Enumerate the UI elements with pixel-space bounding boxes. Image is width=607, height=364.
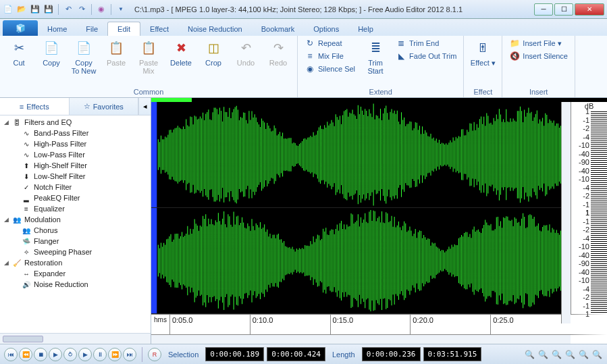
effects-tab[interactable]: ≡Effects: [0, 98, 70, 115]
insert-silence-button[interactable]: 🔇Insert Silence: [506, 50, 571, 62]
dropdown-icon[interactable]: ▼: [115, 4, 126, 15]
time-ruler[interactable]: hms 0:05.00:10.00:15.00:20.00:25.0: [151, 314, 607, 334]
maximize-button[interactable]: ☐: [554, 3, 573, 16]
zoom-v-out-button[interactable]: 🔍: [591, 348, 603, 361]
open-file-icon[interactable]: 📂: [16, 4, 27, 15]
zoom-in-button[interactable]: 🔍: [523, 348, 535, 361]
pause-button[interactable]: ⏸: [93, 348, 107, 361]
minimize-button[interactable]: ─: [534, 3, 553, 16]
db-label: 1: [573, 310, 589, 318]
play-button[interactable]: ▶: [49, 348, 62, 361]
favorites-tab[interactable]: ☆Favorites: [70, 98, 139, 115]
copy-to-new-button-label: Copy To New: [70, 59, 97, 75]
menu-tab-options[interactable]: Options: [304, 22, 348, 36]
sidebar-hscrollbar[interactable]: [0, 333, 151, 344]
db-label: -10: [573, 242, 589, 251]
tree-item-band-pass-filter[interactable]: ∿Band-Pass Filter: [1, 128, 149, 138]
delete-button[interactable]: ✖Delete: [166, 37, 196, 68]
new-file-icon[interactable]: 📄: [3, 4, 14, 15]
db-label: -2: [573, 192, 589, 200]
db-label: -1: [573, 201, 589, 209]
crop-button[interactable]: ◫Crop: [199, 37, 228, 68]
cut-button[interactable]: ✂Cut: [4, 37, 34, 68]
menu-bar: 🧊 HomeFileEditEffectNoise ReductionBookm…: [0, 19, 607, 36]
save-all-icon[interactable]: 💾: [43, 4, 54, 15]
tree-item-chorus[interactable]: 👥Chorus: [1, 225, 149, 236]
tree-item-low-shelf-filter[interactable]: ⬇Low-Shelf Filter: [1, 171, 149, 182]
insert-file-button[interactable]: 📁Insert File ▾: [506, 37, 571, 49]
tree-item-expander[interactable]: ↔Expander: [1, 268, 149, 279]
menu-tab-noise-reduction[interactable]: Noise Reduction: [178, 22, 252, 36]
copy-button-icon: 📄: [42, 38, 61, 57]
status-bar: ⏮⏪⏹▶⥁▶⏸⏩⏭ R Selection 0:00:00.189 0:00:0…: [0, 344, 607, 364]
mix-file-button[interactable]: ≡Mix File: [302, 50, 358, 62]
collapse-icon[interactable]: ◢: [3, 216, 9, 223]
redo-button-icon: ↷: [269, 38, 288, 57]
menu-tab-help[interactable]: Help: [348, 22, 383, 36]
tree-item-flanger[interactable]: 🛸Flanger: [1, 236, 149, 246]
zoom-out-button[interactable]: 🔍: [537, 348, 549, 361]
waveform-hscrollbar[interactable]: [151, 334, 607, 344]
trim-end-button-label: Trim End: [409, 39, 439, 47]
menu-tab-edit[interactable]: Edit: [107, 22, 140, 36]
tree-item-noise-reduction[interactable]: 🔊Noise Reduction: [1, 279, 149, 290]
ribbon-group-common: ✂Cut📄Copy📄Copy To New📋Paste📋Paste Mix✖De…: [0, 36, 298, 97]
copy-button[interactable]: 📄Copy: [36, 37, 66, 68]
menu-tab-bookmark[interactable]: Bookmark: [252, 22, 305, 36]
length-total-time: 0:03:51.915: [423, 347, 482, 361]
ffwd-button[interactable]: ⏩: [108, 348, 122, 361]
db-label: -40: [573, 251, 589, 259]
collapse-sidebar-button[interactable]: ◂: [138, 98, 151, 115]
fade-out-trim-button[interactable]: ◣Fade Out Trim: [393, 50, 459, 62]
tree-category-restoration[interactable]: ◢🧹Restoration: [1, 257, 149, 268]
db-label: 1: [573, 107, 589, 115]
app-button[interactable]: 🧊: [3, 20, 38, 36]
zoom-v-in-button[interactable]: 🔍: [577, 348, 589, 361]
end-button[interactable]: ⏭: [123, 348, 136, 361]
waveform-left-svg: [151, 102, 571, 207]
zoom-sel-button[interactable]: 🔍: [550, 348, 562, 361]
menu-tab-file[interactable]: File: [76, 22, 107, 36]
cd-icon[interactable]: ◉: [96, 4, 107, 15]
menu-tab-effect[interactable]: Effect: [140, 22, 178, 36]
trim-end-button[interactable]: ≣Trim End: [393, 37, 459, 49]
copy-button-label: Copy: [43, 59, 60, 67]
db-label: 1: [573, 209, 589, 217]
start-button[interactable]: ⏮: [4, 348, 18, 361]
redo-icon[interactable]: ↷: [76, 4, 87, 15]
tree-item-high-shelf-filter[interactable]: ⬆High-Shelf Filter: [1, 160, 149, 171]
silence-sel-button[interactable]: ◉Silence Sel: [302, 63, 358, 75]
effects-tree[interactable]: ◢🎛Filters and EQ∿Band-Pass Filter∿High-P…: [0, 115, 151, 333]
undo-button-icon: ↶: [236, 38, 255, 57]
collapse-icon[interactable]: ◢: [3, 119, 9, 126]
waveform-area[interactable]: dB 1-1-2-4-10-40-90-40-10-4-2-11 1-1-2-4…: [151, 98, 607, 344]
undo-icon[interactable]: ↶: [63, 4, 74, 15]
tree-item-notch-filter[interactable]: ✓Notch Filter: [1, 182, 149, 192]
close-button[interactable]: ✕: [575, 3, 604, 16]
waveform-channel-left[interactable]: [151, 102, 571, 208]
waveform-channel-right[interactable]: [151, 208, 571, 314]
save-file-icon[interactable]: 💾: [30, 4, 41, 15]
cut-button-label: Cut: [13, 59, 24, 67]
tree-item-high-pass-filter[interactable]: ∿High-Pass Filter: [1, 138, 149, 149]
effect-button[interactable]: 🎚Effect ▾: [468, 37, 498, 68]
delete-button-label: Delete: [170, 59, 192, 67]
trim-start-button[interactable]: ≣Trim Start: [361, 37, 390, 76]
play-loop-button[interactable]: ⥁: [63, 348, 77, 361]
tree-item-sweeping-phaser[interactable]: ✧Sweeping Phaser: [1, 246, 149, 257]
copy-to-new-button[interactable]: 📄Copy To New: [69, 37, 99, 76]
play-sel-button[interactable]: ▶: [78, 348, 92, 361]
rew-button[interactable]: ⏪: [19, 348, 32, 361]
menu-tab-home[interactable]: Home: [38, 22, 76, 36]
stop-button[interactable]: ⏹: [34, 348, 47, 361]
zoom-full-button[interactable]: 🔍: [564, 348, 576, 361]
tree-item-peakeq-filter[interactable]: ▂PeakEQ Filter: [1, 192, 149, 203]
repeat-button[interactable]: ↻Repeat: [302, 37, 358, 49]
tree-category-filters-and-eq[interactable]: ◢🎛Filters and EQ: [1, 117, 149, 128]
tree-item-low-pass-filter[interactable]: ∿Low-Pass Filter: [1, 149, 149, 160]
record-button[interactable]: R: [148, 348, 161, 361]
collapse-icon[interactable]: ◢: [3, 259, 9, 266]
tree-item-equalizer[interactable]: ≡Equalizer: [1, 203, 149, 214]
tree-category-modulation[interactable]: ◢👥Modulation: [1, 214, 149, 225]
waveform-vscrollbar[interactable]: [561, 102, 571, 323]
